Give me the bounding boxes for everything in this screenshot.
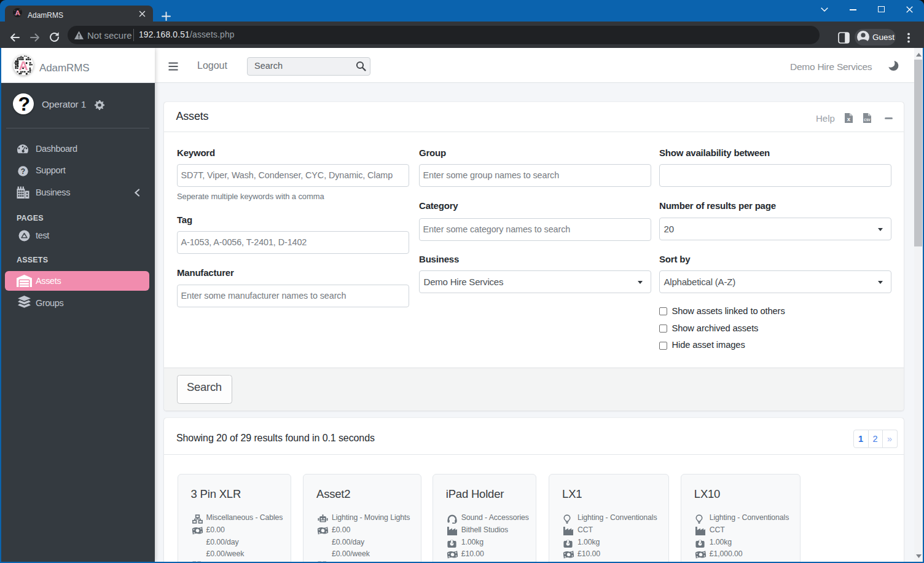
svg-text:A: A [15, 9, 20, 17]
svg-text:?: ? [21, 167, 25, 176]
svg-text:A: A [18, 58, 28, 73]
svg-text:x: x [847, 116, 851, 122]
svg-text:CSV: CSV [864, 118, 871, 122]
